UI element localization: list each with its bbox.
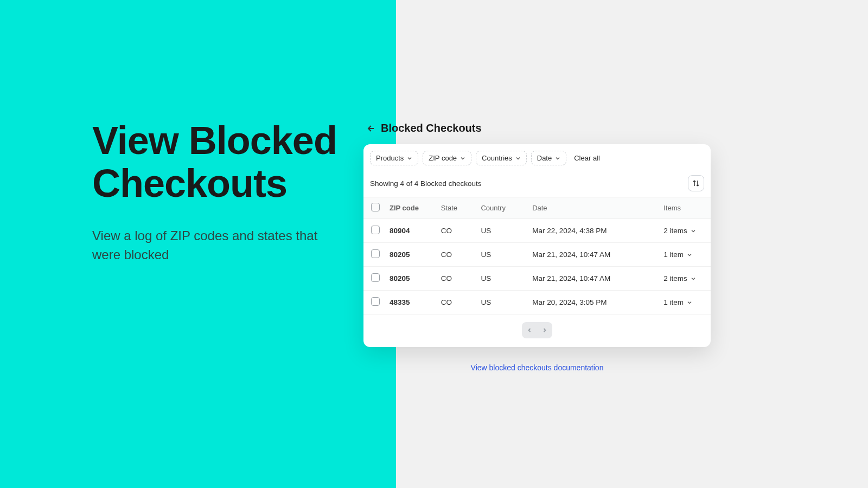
- pagination: [363, 314, 711, 347]
- prev-page-button[interactable]: [524, 325, 535, 335]
- cell-items: 1 item: [663, 298, 684, 306]
- next-page-button[interactable]: [539, 325, 550, 335]
- filter-countries-label: Countries: [482, 154, 512, 162]
- filter-products[interactable]: Products: [370, 151, 418, 165]
- hero-subtitle: View a log of ZIP codes and states that …: [92, 227, 320, 265]
- row-checkbox[interactable]: [371, 297, 380, 306]
- filter-zip-label: ZIP code: [429, 154, 457, 162]
- blocked-checkouts-card: Products ZIP code Countries Date: [363, 144, 711, 347]
- col-header-country[interactable]: Country: [476, 197, 528, 219]
- col-header-date[interactable]: Date: [528, 197, 659, 219]
- chevron-down-icon: [460, 156, 465, 161]
- chevron-down-icon: [691, 276, 696, 281]
- filter-zip[interactable]: ZIP code: [423, 151, 471, 165]
- table-row[interactable]: 80205 CO US Mar 21, 2024, 10:47 AM 2 ite…: [363, 267, 711, 291]
- app-panel: Blocked Checkouts Products ZIP code Coun…: [396, 0, 868, 488]
- chevron-down-icon: [691, 228, 696, 234]
- hero-title: View Blocked Checkouts: [92, 119, 353, 205]
- results-count: Showing 4 of 4 Blocked checkouts: [370, 179, 482, 188]
- chevron-down-icon: [407, 156, 412, 161]
- cell-zip: 80904: [385, 219, 437, 243]
- cell-zip: 80205: [385, 243, 437, 267]
- table-row[interactable]: 80904 CO US Mar 22, 2024, 4:38 PM 2 item…: [363, 219, 711, 243]
- cell-state: CO: [437, 291, 477, 314]
- items-expand[interactable]: 1 item: [663, 251, 706, 259]
- cell-date: Mar 22, 2024, 4:38 PM: [528, 219, 659, 243]
- filter-countries[interactable]: Countries: [476, 151, 527, 165]
- clear-all-button[interactable]: Clear all: [574, 154, 600, 162]
- cell-country: US: [476, 243, 528, 267]
- documentation-link[interactable]: View blocked checkouts documentation: [363, 363, 711, 372]
- row-checkbox[interactable]: [371, 226, 380, 234]
- chevron-left-icon: [527, 328, 532, 333]
- select-all-checkbox[interactable]: [371, 203, 380, 211]
- chevron-right-icon: [542, 328, 547, 333]
- blocked-checkouts-table: ZIP code State Country Date Items 80904 …: [363, 197, 711, 314]
- cell-items: 2 items: [663, 274, 687, 282]
- chevron-down-icon: [515, 156, 521, 161]
- cell-state: CO: [437, 219, 477, 243]
- cell-items: 1 item: [663, 251, 684, 259]
- cell-state: CO: [437, 243, 477, 267]
- items-expand[interactable]: 2 items: [663, 227, 706, 235]
- filter-date[interactable]: Date: [531, 151, 566, 165]
- page-title: Blocked Checkouts: [381, 122, 482, 134]
- cell-country: US: [476, 219, 528, 243]
- cell-zip: 80205: [385, 267, 437, 291]
- table-row[interactable]: 80205 CO US Mar 21, 2024, 10:47 AM 1 ite…: [363, 243, 711, 267]
- cell-date: Mar 20, 2024, 3:05 PM: [528, 291, 659, 314]
- col-header-zip[interactable]: ZIP code: [385, 197, 437, 219]
- filter-date-label: Date: [537, 154, 552, 162]
- row-checkbox[interactable]: [371, 273, 380, 282]
- row-checkbox[interactable]: [371, 249, 380, 258]
- cell-items: 2 items: [663, 227, 687, 235]
- hero-panel: View Blocked Checkouts View a log of ZIP…: [0, 0, 396, 488]
- cell-state: CO: [437, 267, 477, 291]
- sort-icon: [692, 179, 700, 187]
- cell-date: Mar 21, 2024, 10:47 AM: [528, 243, 659, 267]
- cell-zip: 48335: [385, 291, 437, 314]
- items-expand[interactable]: 2 items: [663, 274, 706, 282]
- chevron-down-icon: [687, 252, 692, 258]
- items-expand[interactable]: 1 item: [663, 298, 706, 306]
- cell-date: Mar 21, 2024, 10:47 AM: [528, 267, 659, 291]
- table-row[interactable]: 48335 CO US Mar 20, 2024, 3:05 PM 1 item: [363, 291, 711, 314]
- col-header-state[interactable]: State: [437, 197, 477, 219]
- col-header-items[interactable]: Items: [659, 197, 711, 219]
- sort-button[interactable]: [688, 175, 704, 191]
- back-arrow-icon[interactable]: [366, 124, 374, 133]
- cell-country: US: [476, 267, 528, 291]
- cell-country: US: [476, 291, 528, 314]
- chevron-down-icon: [687, 300, 692, 305]
- filter-bar: Products ZIP code Countries Date: [363, 144, 711, 171]
- chevron-down-icon: [555, 156, 560, 161]
- filter-products-label: Products: [376, 154, 404, 162]
